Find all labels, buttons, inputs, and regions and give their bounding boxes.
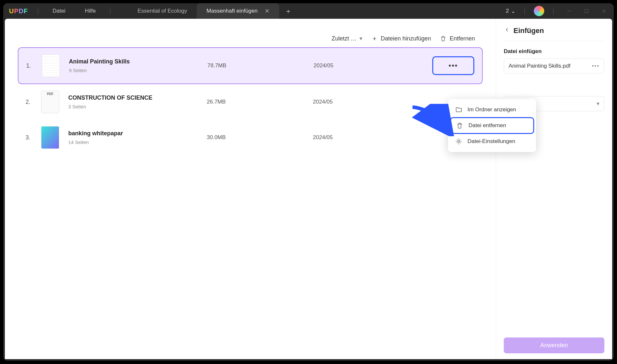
- file-date: 2024/05: [313, 99, 410, 105]
- file-pages: 3 Seiten: [68, 104, 198, 109]
- file-date: 2024/05: [314, 62, 411, 69]
- row-number: 2.: [26, 99, 32, 105]
- chevron-down-icon: ▾: [359, 35, 362, 42]
- file-info: Animal Painting Skills9 Seiten: [69, 58, 198, 73]
- close-window-button[interactable]: [598, 5, 611, 17]
- file-date: 2024/05: [313, 134, 410, 141]
- folder-icon: [455, 106, 462, 113]
- minimize-button[interactable]: [563, 5, 576, 17]
- ctx-file-settings[interactable]: Datei-Einstellungen: [450, 134, 534, 149]
- tab-essential-ecology[interactable]: Essential of Ecology: [128, 3, 197, 19]
- title-bar: UPDF Datei Hilfe Essential of Ecology Ma…: [3, 3, 614, 19]
- more-icon[interactable]: •••: [592, 63, 600, 69]
- file-pages: 14 Seiten: [68, 139, 198, 145]
- file-pages: 9 Seiten: [69, 68, 198, 73]
- sidepanel-title: Einfügen: [513, 27, 544, 35]
- ctx-remove-file[interactable]: Datei entfernen: [450, 117, 534, 134]
- tab-label: Massenhaft einfügen: [206, 8, 258, 14]
- chevron-down-icon: ⌄: [511, 8, 515, 15]
- row-more-button[interactable]: •••: [432, 56, 474, 75]
- side-panel: Einfügen Datei einfügen Animal Painting …: [496, 19, 612, 359]
- file-thumbnail: PDF: [41, 91, 59, 113]
- file-title: banking whitepapar: [68, 130, 198, 137]
- divider: [524, 7, 525, 15]
- tab-label: Essential of Ecology: [138, 8, 187, 14]
- app-window: UPDF Datei Hilfe Essential of Ecology Ma…: [3, 3, 614, 361]
- context-menu: Im Ordner anzeigen Datei entfernen Datei…: [448, 99, 536, 152]
- svg-rect-1: [585, 9, 588, 13]
- divider: [38, 7, 38, 15]
- close-tab-icon[interactable]: ✕: [265, 7, 270, 15]
- gear-icon: [455, 138, 462, 145]
- file-size: 78.7MB: [207, 62, 304, 69]
- sort-dropdown[interactable]: Zuletzt g… ▾: [332, 35, 362, 42]
- file-info: CONSTRUCTION OF SCIENCE3 Seiten: [68, 94, 198, 109]
- svg-point-4: [458, 140, 460, 142]
- row-number: 3.: [26, 134, 32, 141]
- file-info: banking whitepapar14 Seiten: [68, 130, 198, 145]
- file-list: 1.Animal Painting Skills9 Seiten78.7MB20…: [18, 47, 483, 155]
- selected-file-name: Animal Painting Skills.pdf: [509, 63, 570, 69]
- back-icon[interactable]: [504, 27, 510, 35]
- file-row[interactable]: 1.Animal Painting Skills9 Seiten78.7MB20…: [18, 47, 483, 84]
- divider: [110, 7, 110, 15]
- list-toolbar: Zuletzt g… ▾ ＋ Dateien hinzufügen Entfer…: [18, 30, 483, 47]
- add-files-button[interactable]: ＋ Dateien hinzufügen: [371, 34, 431, 43]
- menu-help[interactable]: Hilfe: [75, 8, 105, 14]
- avatar[interactable]: [534, 6, 544, 16]
- file-row[interactable]: 3.banking whitepapar14 Seiten30.0MB2024/…: [18, 120, 483, 155]
- row-number: 1.: [26, 62, 33, 69]
- sidepanel-header: Einfügen: [504, 27, 604, 41]
- file-thumbnail: [41, 126, 59, 149]
- plus-icon: ＋: [371, 34, 378, 43]
- main-panel: Zuletzt g… ▾ ＋ Dateien hinzufügen Entfer…: [5, 19, 496, 359]
- divider: [553, 7, 554, 15]
- app-logo: UPDF: [9, 7, 28, 15]
- sort-label: Zuletzt g…: [332, 35, 358, 42]
- file-title: CONSTRUCTION OF SCIENCE: [68, 94, 198, 101]
- remove-button[interactable]: Entfernen: [440, 35, 475, 42]
- ctx-show-in-folder[interactable]: Im Ordner anzeigen: [450, 102, 534, 117]
- file-thumbnail: [42, 54, 60, 77]
- tab-batch-insert[interactable]: Massenhaft einfügen ✕: [197, 3, 279, 19]
- file-size: 26.7MB: [207, 99, 304, 105]
- title-right: 2 ⌄: [506, 5, 614, 17]
- tab-bar: Essential of Ecology Massenhaft einfügen…: [128, 3, 297, 19]
- apply-button[interactable]: Anwenden: [504, 337, 604, 353]
- insert-file-label: Datei einfügen: [504, 48, 604, 55]
- add-tab-button[interactable]: ＋: [279, 7, 297, 16]
- tab-count-dropdown[interactable]: 2 ⌄: [506, 8, 515, 15]
- trash-icon: [440, 35, 446, 42]
- trash-icon: [456, 122, 463, 129]
- maximize-button[interactable]: [580, 5, 593, 17]
- selected-file-box[interactable]: Animal Painting Skills.pdf •••: [504, 59, 604, 73]
- file-title: Animal Painting Skills: [69, 58, 198, 65]
- content-area: Zuletzt g… ▾ ＋ Dateien hinzufügen Entfer…: [5, 19, 612, 359]
- file-row[interactable]: 2.PDFCONSTRUCTION OF SCIENCE3 Seiten26.7…: [18, 84, 483, 120]
- menu-file[interactable]: Datei: [43, 8, 75, 14]
- chevron-down-icon: ▾: [597, 100, 600, 107]
- file-size: 30.0MB: [207, 134, 304, 141]
